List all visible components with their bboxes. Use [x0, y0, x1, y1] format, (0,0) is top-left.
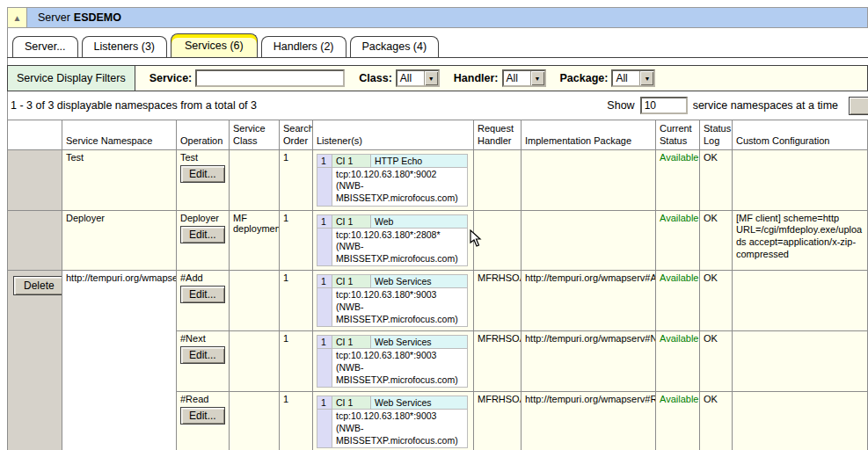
table-header-row: Service Namespace Operation Service Clas…: [8, 120, 868, 150]
listener-number-spacer: [317, 228, 332, 266]
request-handler-cell: MFRHSOAP: [474, 392, 522, 450]
listener-name: Web Services: [371, 396, 468, 410]
operation-name: #Next: [180, 333, 225, 344]
edit-operation-button[interactable]: Edit...: [180, 346, 225, 364]
package-filter-label: Package:: [560, 72, 609, 84]
request-handler-cell: [474, 210, 522, 271]
col-service-namespace: Service Namespace: [62, 120, 177, 150]
collapse-toggle-button[interactable]: ▲: [7, 7, 27, 28]
show-count-input[interactable]: [640, 97, 688, 114]
service-class-cell: [230, 392, 280, 450]
tab-handlers[interactable]: Handlers (2): [261, 36, 346, 57]
listener-address: tcp:10.120.63.180*:9003 (NWB-MBISSETXP.m…: [332, 288, 468, 327]
show-suffix: service namespaces at a time: [693, 99, 838, 112]
listener-host: (NWB-MBISSETXP.microfocus.com): [336, 301, 463, 325]
namespace-cell: Test: [62, 149, 177, 210]
listener-host: (NWB-MBISSETXP.microfocus.com): [336, 362, 463, 386]
listener-address: tcp:10.120.63.180*:2808* (NWB-MBISSETXP.…: [332, 228, 468, 266]
listener-ci: CI 1: [332, 396, 371, 410]
listener-number: 1: [317, 275, 332, 288]
col-implementation-package: Implementation Package: [522, 120, 656, 150]
listener-ci: CI 1: [332, 214, 371, 228]
server-title-bar: ▲ Server ESDEMO: [7, 7, 868, 28]
class-filter-label: Class:: [359, 72, 392, 84]
listener-host: (NWB-MBISSETXP.microfocus.com): [336, 241, 463, 265]
namespace-cell: Deployer: [62, 210, 177, 271]
implementation-cell: [522, 210, 656, 271]
service-class-cell: MF deployment: [230, 210, 280, 271]
pagination-row: 1 - 3 of 3 displayable namespaces from a…: [9, 93, 868, 118]
listener-number-spacer: [317, 167, 332, 206]
show-label: Show: [607, 99, 634, 112]
listener-endpoint: tcp:10.120.63.180*:9003: [336, 350, 463, 362]
listener-endpoint: tcp:10.120.63.180*:9003: [336, 410, 463, 423]
table-row: Test Test Edit... 1 1 CI 1 HTTP Echo: [8, 149, 868, 210]
service-display-filters-bar: Service Display Filters Service: Class: …: [7, 65, 868, 91]
service-filter-input[interactable]: [195, 69, 345, 87]
listener-address: tcp:10.120.63.180*:9003 (NWB-MBISSETXP.m…: [332, 410, 468, 448]
listener-box: 1 CI 1 Web tcp:10.120.63.180*:2808* (NWB…: [317, 214, 468, 267]
implementation-cell: [522, 149, 656, 210]
listeners-cell: 1 CI 1 Web Services tcp:10.120.63.180*:9…: [313, 331, 474, 392]
listener-name: Web Services: [371, 275, 468, 288]
col-service-class: Service Class: [230, 120, 280, 150]
implementation-cell: http://tempuri.org/wmapserv#Next: [522, 331, 656, 392]
custom-config-cell: [733, 392, 868, 450]
services-table: Service Namespace Operation Service Clas…: [7, 120, 868, 450]
tab-strip: Server... Listeners (3) Services (6) Han…: [7, 33, 868, 58]
tab-packages[interactable]: Packages (4): [350, 36, 440, 57]
implementation-cell: http://tempuri.org/wmapserv#Add: [522, 271, 656, 331]
search-order-cell: 1: [280, 331, 313, 392]
listener-number-spacer: [317, 410, 332, 448]
col-request-handler: Request Handler: [474, 120, 522, 150]
server-title: Server ESDEMO: [27, 7, 868, 28]
edit-operation-button[interactable]: Edit...: [180, 407, 225, 425]
edit-operation-button[interactable]: Edit...: [180, 226, 225, 243]
tab-services[interactable]: Services (6): [171, 33, 258, 57]
custom-config-cell: [733, 149, 868, 210]
package-select-value: All: [613, 71, 639, 85]
status-log-cell: OK: [700, 331, 733, 392]
edit-operation-button[interactable]: Edit...: [180, 286, 225, 303]
current-status-cell: Available: [656, 149, 700, 210]
service-class-cell: [230, 149, 280, 210]
operation-cell: Deployer Edit...: [177, 210, 230, 271]
es-admin-services-page: ▲ Server ESDEMO Server... Listeners (3) …: [0, 0, 868, 450]
package-select[interactable]: All ▼: [611, 69, 655, 87]
status-log-cell: OK: [700, 210, 733, 271]
listeners-cell: 1 CI 1 Web Services tcp:10.120.63.180*:9…: [313, 392, 474, 450]
listener-number: 1: [317, 396, 332, 410]
tab-listeners[interactable]: Listeners (3): [82, 36, 167, 57]
listener-name: Web: [371, 214, 468, 228]
listener-endpoint: tcp:10.120.63.180*:9002: [336, 169, 463, 181]
listener-box: 1 CI 1 HTTP Echo tcp:10.120.63.180*:9002…: [317, 154, 468, 207]
listener-ci: CI 1: [332, 336, 371, 349]
result-summary: 1 - 3 of 3 displayable namespaces from a…: [9, 99, 257, 112]
edit-operation-button[interactable]: Edit...: [180, 165, 225, 183]
listener-box: 1 CI 1 Web Services tcp:10.120.63.180*:9…: [317, 335, 468, 388]
package-select-arrow-icon[interactable]: ▼: [639, 71, 653, 85]
current-status-cell: Available: [656, 331, 700, 392]
class-select-arrow-icon[interactable]: ▼: [424, 71, 438, 85]
server-title-prefix: Server: [38, 11, 70, 24]
tab-server[interactable]: Server...: [12, 36, 78, 57]
service-filter-label: Service:: [150, 72, 193, 84]
operation-name: Test: [180, 152, 225, 163]
listeners-cell: 1 CI 1 Web Services tcp:10.120.63.180*:9…: [313, 271, 474, 331]
listener-address: tcp:10.120.63.180*:9002 (NWB-MBISSETXP.m…: [332, 167, 468, 206]
listener-name: HTTP Echo: [371, 154, 468, 167]
show-cluster: Show service namespaces at a time: [607, 97, 868, 114]
listeners-cell: 1 CI 1 HTTP Echo tcp:10.120.63.180*:9002…: [313, 149, 474, 210]
class-select[interactable]: All ▼: [396, 69, 440, 87]
col-listeners: Listener(s): [313, 120, 474, 150]
current-status-cell: Available: [656, 210, 700, 271]
handler-select[interactable]: All ▼: [502, 69, 546, 87]
listener-ci: CI 1: [332, 275, 371, 288]
delete-namespace-button[interactable]: Delete: [13, 276, 62, 295]
handler-select-arrow-icon[interactable]: ▼: [530, 71, 544, 85]
listener-ci: CI 1: [332, 154, 371, 167]
custom-config-cell: [733, 271, 868, 331]
listener-box: 1 CI 1 Web Services tcp:10.120.63.180*:9…: [317, 396, 468, 448]
next-page-button[interactable]: [849, 97, 868, 115]
listeners-cell: 1 CI 1 Web tcp:10.120.63.180*:2808* (NWB…: [313, 210, 474, 271]
